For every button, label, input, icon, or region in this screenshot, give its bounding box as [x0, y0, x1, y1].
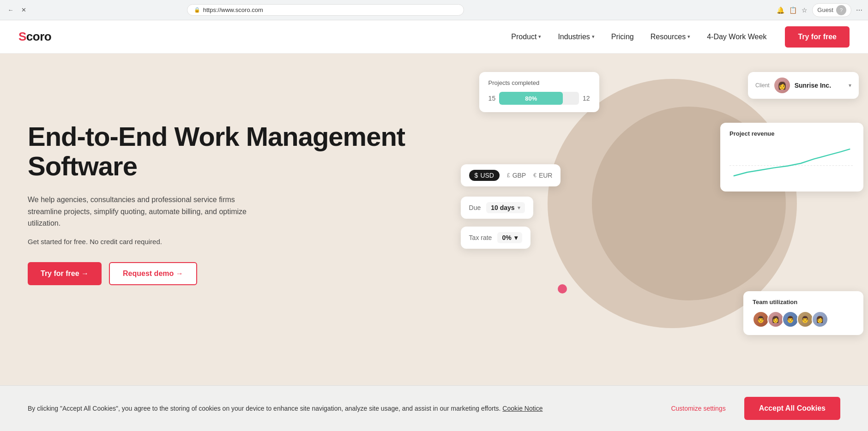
- progress-pct: 80%: [525, 95, 537, 102]
- currency-gbp[interactable]: £ GBP: [507, 172, 526, 179]
- currency-eur-label: EUR: [539, 172, 553, 179]
- tax-value[interactable]: 0% ▾: [497, 232, 522, 243]
- due-value[interactable]: 10 days ▾: [486, 202, 524, 213]
- team-avatars: 👨 👩 👨 👨 👩: [753, 311, 854, 328]
- due-card: Due 10 days ▾: [461, 197, 533, 219]
- client-name: Sunrise Inc.: [795, 82, 831, 89]
- progress-fill: 80%: [499, 92, 563, 105]
- browser-chrome: ← ✕ 🔒 https://www.scoro.com 🔔 📋 ☆ Guest …: [0, 0, 868, 20]
- currency-card: $ USD £ GBP € EUR: [461, 164, 561, 186]
- back-button[interactable]: ←: [6, 5, 16, 15]
- guest-badge[interactable]: Guest ?: [812, 3, 851, 17]
- audio-icon[interactable]: 🔔: [777, 6, 784, 14]
- hero-note: Get started for free. No credit card req…: [28, 238, 424, 245]
- hero-section: End-to-End Work Management Software We h…: [0, 54, 868, 353]
- star-icon[interactable]: ☆: [802, 6, 808, 14]
- client-chevron-icon: ▾: [849, 82, 851, 89]
- tax-card: Tax rate 0% ▾: [461, 227, 530, 249]
- industries-chevron-icon: ▾: [592, 34, 595, 40]
- lock-icon: 🔒: [194, 7, 200, 13]
- tax-chevron-icon: ▾: [514, 234, 518, 241]
- request-demo-button[interactable]: Request demo →: [109, 262, 197, 285]
- resources-chevron-icon: ▾: [687, 34, 690, 40]
- nav-work-week[interactable]: 4-Day Work Week: [707, 33, 766, 41]
- logo-text: Scoro: [18, 30, 51, 44]
- team-avatar-1: 👨: [753, 311, 769, 328]
- pound-icon: £: [507, 172, 510, 179]
- hero-title: End-to-End Work Management Software: [28, 122, 424, 181]
- prog-right-num: 12: [583, 95, 590, 102]
- url-text: https://www.scoro.com: [203, 6, 263, 13]
- hero-right: Projects completed 15 80% 12 Client 👩 Su…: [452, 54, 868, 353]
- menu-icon[interactable]: ⋯: [856, 6, 862, 14]
- revenue-title: Project revenue: [729, 130, 854, 137]
- team-avatar-3: 👨: [782, 311, 799, 328]
- nav-cta-button[interactable]: Try for free: [785, 26, 850, 48]
- try-for-free-button[interactable]: Try for free →: [28, 262, 102, 285]
- currency-eur[interactable]: € EUR: [533, 172, 552, 179]
- team-avatar-4: 👨: [797, 311, 814, 328]
- pink-dot: [558, 284, 567, 293]
- due-label: Due: [469, 204, 481, 211]
- projects-completed-card: Projects completed 15 80% 12: [479, 72, 599, 112]
- browser-toolbar: 🔔 📋 ☆ Guest ? ⋯: [777, 3, 862, 17]
- guest-label: Guest: [817, 6, 833, 13]
- client-card: Client 👩 Sunrise Inc. ▾: [748, 72, 859, 99]
- currency-usd-label: USD: [480, 172, 494, 179]
- progress-bar: 80%: [499, 92, 579, 105]
- nav-product[interactable]: Product ▾: [511, 33, 541, 41]
- client-avatar: 👩: [774, 78, 790, 93]
- tax-label: Tax rate: [469, 234, 492, 241]
- product-chevron-icon: ▾: [538, 34, 541, 40]
- currency-usd[interactable]: $ USD: [469, 170, 500, 181]
- logo[interactable]: Scoro: [18, 30, 51, 44]
- hero-subtitle: We help agencies, consultancies and prof…: [28, 194, 268, 229]
- dollar-icon: $: [475, 172, 478, 179]
- navbar: Scoro Product ▾ Industries ▾ Pricing Res…: [0, 20, 868, 54]
- logo-rest: coro: [26, 30, 51, 43]
- due-chevron-icon: ▾: [518, 205, 520, 211]
- hero-left: End-to-End Work Management Software We h…: [0, 54, 452, 353]
- revenue-card: Project revenue: [720, 123, 863, 192]
- browser-nav-buttons: ← ✕: [6, 5, 29, 15]
- team-avatar-2: 👩: [767, 311, 784, 328]
- nav-links: Product ▾ Industries ▾ Pricing Resources…: [511, 33, 766, 41]
- prog-left-num: 15: [488, 95, 496, 102]
- nav-industries[interactable]: Industries ▾: [558, 33, 594, 41]
- guest-avatar: ?: [836, 5, 846, 15]
- nav-pricing[interactable]: Pricing: [611, 33, 634, 41]
- hero-buttons: Try for free → Request demo →: [28, 262, 424, 285]
- revenue-chart: [729, 143, 854, 184]
- team-title: Team utilization: [753, 299, 854, 305]
- team-card: Team utilization 👨 👩 👨 👨 👩: [743, 291, 863, 335]
- nav-resources[interactable]: Resources ▾: [651, 33, 690, 41]
- close-button[interactable]: ✕: [18, 5, 29, 15]
- logo-s: S: [18, 30, 26, 43]
- address-bar[interactable]: 🔒 https://www.scoro.com: [187, 4, 464, 16]
- euro-icon: €: [533, 172, 536, 179]
- projects-completed-title: Projects completed: [488, 79, 590, 86]
- progress-row: 15 80% 12: [488, 92, 590, 105]
- client-label: Client: [755, 82, 770, 89]
- currency-gbp-label: GBP: [512, 172, 526, 179]
- cast-icon[interactable]: 📋: [789, 6, 797, 14]
- revenue-chart-svg: [729, 143, 854, 184]
- team-avatar-5: 👩: [812, 311, 828, 328]
